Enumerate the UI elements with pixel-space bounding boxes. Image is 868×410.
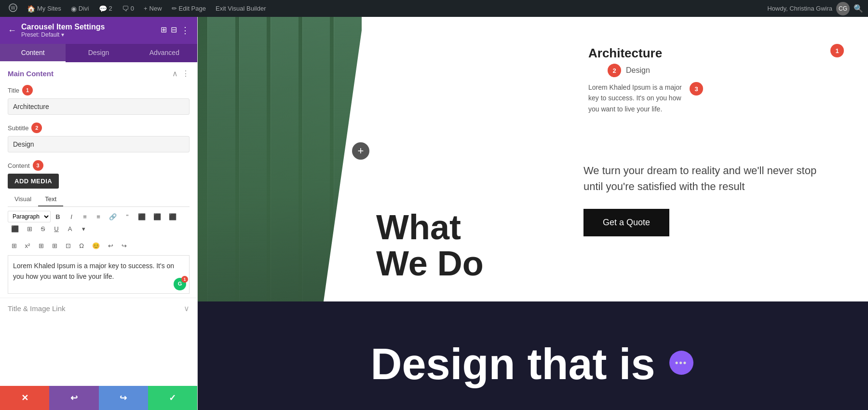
align-center-button[interactable]: ⬛ xyxy=(150,211,164,222)
content-label: Content 3 xyxy=(0,158,197,174)
paste-button[interactable]: ⊞ xyxy=(8,240,20,251)
title-image-link-section[interactable]: Title & Image Link ∨ xyxy=(0,298,197,319)
confirm-button[interactable]: ✓ xyxy=(148,386,197,410)
more-options-icon[interactable]: ⋮ xyxy=(181,25,190,36)
preview-area: What We Do + Architecture 1 xyxy=(198,17,868,410)
title-label: Title 1 xyxy=(8,85,190,96)
add-element-button[interactable]: + xyxy=(352,142,369,160)
carousel-subtitle-row: 2 Design xyxy=(588,64,825,77)
link-button[interactable]: 🔗 xyxy=(106,211,120,222)
undo-editor-button[interactable]: ↩ xyxy=(104,240,117,251)
add-media-button[interactable]: ADD MEDIA xyxy=(8,174,59,189)
carousel-body-row: Lorem Khaled Ipsum is a major key to suc… xyxy=(588,82,825,114)
underline-button[interactable]: U xyxy=(50,223,63,234)
admin-bar-left: W 🏠 My Sites ◉ Divi 💬 2 🗨 0 + New ✏ Edit… xyxy=(5,0,270,17)
hero-building-image xyxy=(198,17,362,301)
paragraph-select[interactable]: Paragraph xyxy=(8,211,51,222)
outdent-button[interactable]: ⊞ xyxy=(48,240,61,251)
tab-design[interactable]: Design xyxy=(66,44,131,62)
left-panel: ← Carousel Item Settings Preset: Default… xyxy=(0,17,198,410)
divi-item[interactable]: ◉ Divi xyxy=(67,0,93,17)
expand-section-icon: ∨ xyxy=(184,304,190,313)
carousel-title: Architecture xyxy=(588,46,662,61)
wp-logo-item[interactable]: W xyxy=(5,0,21,17)
new-item[interactable]: + New xyxy=(140,0,166,17)
content-badge: 3 xyxy=(33,160,43,171)
subtitle-input[interactable] xyxy=(8,136,190,152)
get-quote-button[interactable]: Get a Quote xyxy=(583,209,669,236)
tab-content[interactable]: Content xyxy=(0,44,66,62)
section-menu-icon[interactable]: ⋮ xyxy=(182,69,190,78)
hero-right-content: Architecture 1 2 Design xyxy=(555,17,868,301)
layout-icon[interactable]: ⊟ xyxy=(171,25,177,36)
section-controls: ∧ ⋮ xyxy=(172,69,190,78)
panel-bottom-buttons: ✕ ↩ ↪ ✓ xyxy=(0,386,197,410)
editor-content-area[interactable]: Lorem Khaled Ipsum is a major key to suc… xyxy=(8,255,190,294)
redo-editor-button[interactable]: ↪ xyxy=(118,240,130,251)
wp-admin-bar: W 🏠 My Sites ◉ Divi 💬 2 🗨 0 + New ✏ Edit… xyxy=(0,0,868,17)
editor-toolbar: Paragraph B I ≡ ≡ 🔗 " ⬛ ⬛ ⬛ ⬛ ⊞ S U A ▾ xyxy=(8,209,190,236)
purple-dot: ••• xyxy=(669,351,693,375)
strikethrough-button[interactable]: S xyxy=(37,223,49,234)
speech-bubble-item[interactable]: 🗨 0 xyxy=(118,0,138,17)
blockquote-button[interactable]: " xyxy=(121,211,134,222)
tab-advanced[interactable]: Advanced xyxy=(132,44,197,62)
panel-preset[interactable]: Preset: Default ▾ xyxy=(21,31,105,38)
unordered-list-button[interactable]: ≡ xyxy=(79,211,91,222)
panel-tabs: Content Design Advanced xyxy=(0,44,197,62)
editor-tabs: Visual Text xyxy=(8,192,190,207)
expand-icon[interactable]: ⊞ xyxy=(161,25,167,36)
align-right-button[interactable]: ⬛ xyxy=(165,211,180,222)
carousel-item-info: Architecture 1 2 Design xyxy=(583,46,849,114)
speech-icon: 🗨 xyxy=(122,5,129,13)
admin-bar-right: Howdy, Christina Gwira CG 🔍 xyxy=(767,2,863,15)
indent-button[interactable]: ⊞ xyxy=(35,240,47,251)
subtitle-field: Subtitle 2 xyxy=(0,121,197,158)
text-color-dropdown[interactable]: ▾ xyxy=(77,223,90,234)
chevron-down-icon: ▾ xyxy=(61,31,64,38)
user-avatar[interactable]: CG xyxy=(836,2,850,15)
exit-builder-item[interactable]: Exit Visual Builder xyxy=(212,0,270,17)
dot-dots-icon: ••• xyxy=(675,358,687,367)
panel-header-left: ← Carousel Item Settings Preset: Default… xyxy=(8,23,105,38)
hero-section: What We Do + Architecture 1 xyxy=(198,17,868,301)
search-icon[interactable]: 🔍 xyxy=(854,4,863,13)
section-title: Main Content xyxy=(8,69,54,78)
wp-icon: W xyxy=(9,3,17,14)
badge-2: 2 xyxy=(608,64,621,77)
back-icon[interactable]: ← xyxy=(8,26,16,36)
collapse-icon[interactable]: ∧ xyxy=(172,69,178,78)
pencil-icon: ✏ xyxy=(172,5,177,12)
my-sites-item[interactable]: 🏠 My Sites xyxy=(23,0,65,17)
undo-button[interactable]: ↩ xyxy=(49,386,98,410)
special-chars-button[interactable]: Ω xyxy=(75,240,88,251)
hero-big-text: What We Do xyxy=(376,209,545,282)
align-justify-button[interactable]: ⬛ xyxy=(8,223,22,234)
editor-tab-text[interactable]: Text xyxy=(38,192,63,206)
italic-button[interactable]: I xyxy=(65,211,78,222)
superscript-button[interactable]: x² xyxy=(21,240,34,251)
bold-button[interactable]: B xyxy=(52,211,64,222)
title-input[interactable] xyxy=(8,98,190,115)
bottom-big-text: Design that is ••• xyxy=(370,342,695,386)
editor-tab-visual[interactable]: Visual xyxy=(8,192,38,206)
svg-text:W: W xyxy=(11,5,15,11)
main-layout: ← Carousel Item Settings Preset: Default… xyxy=(0,17,868,410)
grammarly-notification: 1 xyxy=(181,276,188,283)
hero-description: We turn your dream to reality and we'll … xyxy=(583,163,825,194)
cancel-button[interactable]: ✕ xyxy=(0,386,49,410)
subtitle-badge: 2 xyxy=(31,123,42,133)
table-button[interactable]: ⊞ xyxy=(23,223,36,234)
panel-header: ← Carousel Item Settings Preset: Default… xyxy=(0,17,197,44)
user-greeting: Howdy, Christina Gwira xyxy=(767,5,832,12)
edit-page-item[interactable]: ✏ Edit Page xyxy=(168,0,210,17)
comments-item[interactable]: 💬 2 xyxy=(95,0,116,17)
fullscreen-button[interactable]: ⊡ xyxy=(62,240,74,251)
redo-button[interactable]: ↪ xyxy=(99,386,148,410)
section-header: Main Content ∧ ⋮ xyxy=(0,62,197,83)
subtitle-label: Subtitle 2 xyxy=(8,123,190,133)
emoji-button[interactable]: 😊 xyxy=(89,240,103,251)
align-left-button[interactable]: ⬛ xyxy=(135,211,149,222)
text-color-button[interactable]: A xyxy=(64,223,76,234)
ordered-list-button[interactable]: ≡ xyxy=(92,211,105,222)
